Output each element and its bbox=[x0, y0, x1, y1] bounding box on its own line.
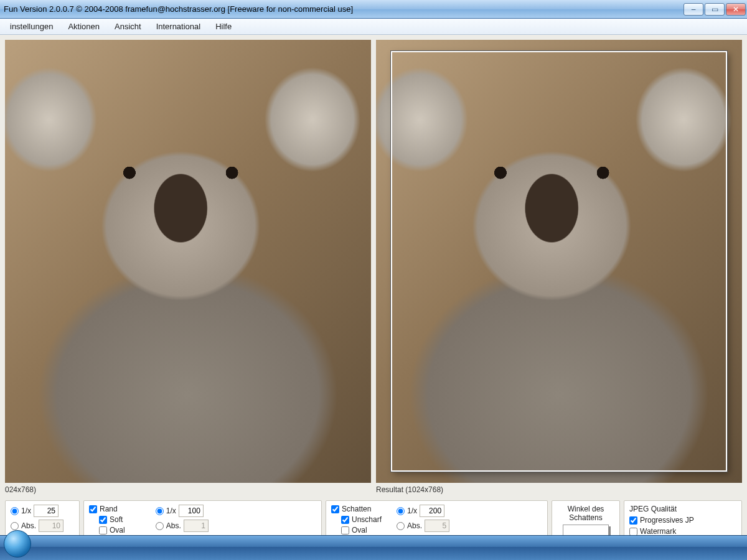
size-abs-value[interactable] bbox=[39, 520, 63, 532]
rand-oval-checkbox[interactable] bbox=[99, 526, 107, 534]
jpeg-progressive-row: Progressives JP bbox=[629, 516, 736, 525]
schatten-oval-label: Oval bbox=[352, 526, 367, 534]
rand-ratio-row: 1/x bbox=[156, 505, 209, 517]
menu-hilfe[interactable]: Hilfe bbox=[209, 21, 238, 32]
content-area: 024x768) Resultat (1024x768) bbox=[0, 35, 747, 500]
schatten-checkbox[interactable] bbox=[331, 505, 339, 513]
schatten-ratio-row: 1/x bbox=[397, 505, 510, 517]
frame-overlay bbox=[391, 51, 727, 472]
schatten-ratio-label: 1/x bbox=[407, 506, 417, 515]
schatten-oval-row: Oval bbox=[341, 526, 382, 534]
rand-soft-checkbox[interactable] bbox=[99, 516, 107, 524]
rand-abs-value[interactable] bbox=[184, 520, 209, 532]
size-abs-label: Abs. bbox=[21, 521, 36, 530]
rand-checkbox-row: Rand bbox=[89, 505, 137, 513]
result-pane: Resultat (1024x768) bbox=[376, 40, 742, 495]
close-button[interactable]: ✕ bbox=[726, 3, 746, 16]
jpeg-title: JPEG Qualität bbox=[629, 505, 736, 513]
title-bar: Fun Version 2.0.0.7 © 2004-2008 framefun… bbox=[0, 0, 747, 19]
schatten-abs-value[interactable] bbox=[425, 520, 449, 532]
rand-abs-row: Abs. bbox=[156, 520, 209, 532]
rand-soft-row: Soft bbox=[99, 515, 137, 524]
rand-label: Rand bbox=[100, 505, 118, 513]
schatten-oval-checkbox[interactable] bbox=[341, 526, 349, 534]
jpeg-progressive-checkbox[interactable] bbox=[629, 516, 637, 525]
jpeg-watermark-label: Watermark bbox=[640, 527, 676, 536]
size-ratio-row: 1/x bbox=[11, 505, 74, 517]
schatten-ratio-radio[interactable] bbox=[397, 507, 405, 515]
jpeg-watermark-row: Watermark bbox=[629, 527, 736, 536]
rand-soft-label: Soft bbox=[110, 515, 123, 524]
taskbar[interactable] bbox=[0, 535, 747, 560]
schatten-unscharf-label: Unscharf bbox=[352, 515, 382, 524]
rand-ratio-label: 1/x bbox=[166, 506, 176, 515]
rand-ratio-value[interactable] bbox=[179, 505, 204, 517]
rand-oval-row: Oval bbox=[99, 526, 137, 534]
menu-einstellungen[interactable]: instellungen bbox=[4, 21, 59, 32]
schatten-unscharf-checkbox[interactable] bbox=[341, 516, 349, 524]
source-preview bbox=[5, 40, 371, 483]
minimize-button[interactable]: – bbox=[684, 3, 703, 16]
window-controls: – ▭ ✕ bbox=[684, 3, 747, 16]
rand-ratio-radio[interactable] bbox=[156, 507, 164, 515]
schatten-abs-label: Abs. bbox=[407, 521, 422, 530]
result-preview bbox=[376, 40, 742, 483]
schatten-checkbox-row: Schatten bbox=[331, 505, 382, 513]
menu-international[interactable]: International bbox=[150, 21, 207, 32]
size-ratio-radio[interactable] bbox=[11, 507, 19, 515]
window-title: Fun Version 2.0.0.7 © 2004-2008 framefun… bbox=[4, 4, 353, 14]
result-dimensions-label: Resultat (1024x768) bbox=[376, 485, 742, 494]
schatten-label: Schatten bbox=[342, 505, 371, 513]
schatten-unscharf-row: Unscharf bbox=[341, 515, 382, 524]
menu-aktionen[interactable]: Aktionen bbox=[62, 21, 106, 32]
schatten-abs-radio[interactable] bbox=[397, 522, 405, 530]
winkel-label: Winkel des Schattens bbox=[557, 505, 614, 522]
rand-abs-radio[interactable] bbox=[156, 522, 164, 530]
source-dimensions-label: 024x768) bbox=[5, 485, 371, 494]
menu-ansicht[interactable]: Ansicht bbox=[108, 21, 148, 32]
rand-oval-label: Oval bbox=[110, 526, 125, 534]
maximize-button[interactable]: ▭ bbox=[705, 3, 725, 16]
schatten-abs-row: Abs. bbox=[397, 520, 510, 532]
jpeg-watermark-checkbox[interactable] bbox=[629, 528, 637, 536]
source-pane: 024x768) bbox=[5, 40, 371, 495]
rand-abs-label: Abs. bbox=[166, 521, 181, 530]
start-button[interactable] bbox=[4, 530, 31, 558]
jpeg-progressive-label: Progressives JP bbox=[640, 516, 694, 525]
menu-bar: instellungen Aktionen Ansicht Internatio… bbox=[0, 19, 747, 35]
source-image bbox=[5, 40, 371, 483]
size-ratio-value[interactable] bbox=[34, 505, 59, 517]
size-ratio-label: 1/x bbox=[21, 506, 31, 515]
rand-checkbox[interactable] bbox=[89, 505, 97, 513]
schatten-ratio-value[interactable] bbox=[420, 505, 444, 517]
size-abs-radio[interactable] bbox=[11, 522, 19, 530]
